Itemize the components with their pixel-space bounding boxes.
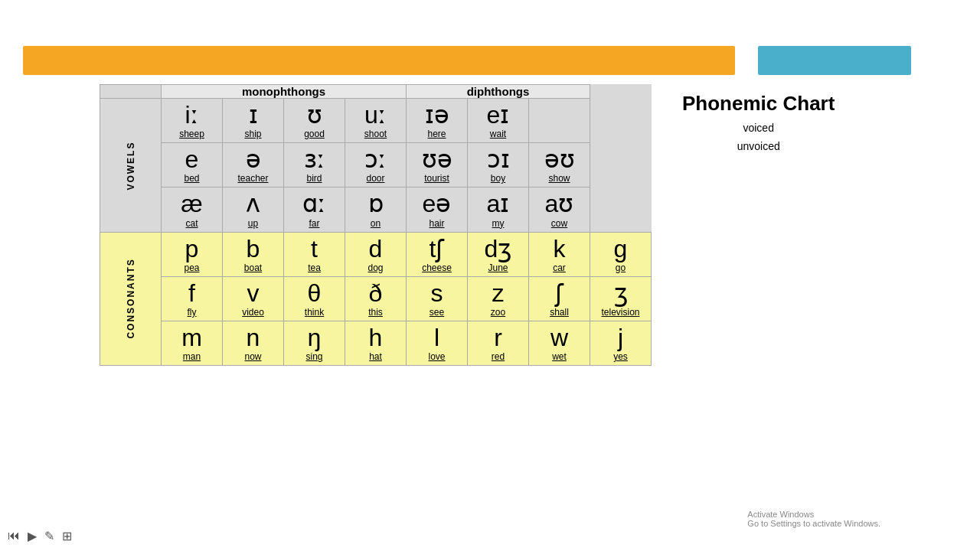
vowel-cell: ʊgood: [284, 99, 345, 143]
consonant-cell: ʃshall: [529, 276, 590, 321]
consonant-cell: kcar: [529, 232, 590, 276]
consonant-cell: θthink: [284, 276, 345, 321]
vowel-cell: ebed: [162, 143, 223, 187]
info-box: Phonemic Chart voiced unvoiced: [675, 84, 842, 366]
consonant-cell: bboat: [223, 232, 284, 276]
voiced-label: voiced: [682, 122, 835, 134]
vowel-cell: aʊcow: [529, 187, 590, 232]
vowel-cell: eɪwait: [468, 99, 529, 143]
consonant-cell: llove: [407, 321, 468, 365]
consonant-cell: rred: [468, 321, 529, 365]
consonant-cell: ssee: [407, 276, 468, 321]
vowel-cell: ɪship: [223, 99, 284, 143]
vowel-cell: ʌup: [223, 187, 284, 232]
consonant-cell: ðthis: [345, 276, 407, 321]
orange-accent-bar: [23, 46, 735, 75]
monophthongs-header: monophthongs: [162, 85, 407, 99]
vowel-cell: æcat: [162, 187, 223, 232]
consonant-cell: ʒtelevision: [590, 276, 652, 321]
vowel-cell: ɒon: [345, 187, 407, 232]
vowel-cell: əʊshow: [529, 143, 590, 187]
vowel-cell: eəhair: [407, 187, 468, 232]
control-icon-3[interactable]: ✎: [44, 529, 54, 543]
consonant-cell: wwet: [529, 321, 590, 365]
bottom-controls: ⏮ ▶ ✎ ⊞: [8, 529, 72, 543]
consonant-cell: mman: [162, 321, 223, 365]
consonant-cell: ddog: [345, 232, 407, 276]
vowel-cell: ɜːbird: [284, 143, 345, 187]
vowel-cell: ɑːfar: [284, 187, 345, 232]
consonants-label: CONSONANTS: [100, 232, 162, 366]
vowels-label: VOWELS: [100, 99, 162, 233]
vowel-cell: əteacher: [223, 143, 284, 187]
consonant-cell: ŋsing: [284, 321, 345, 365]
vowel-cell: iːsheep: [162, 99, 223, 143]
consonant-cell: ggo: [590, 232, 652, 276]
windows-watermark: Activate Windows Go to Settings to activ…: [747, 510, 880, 528]
control-icon-1[interactable]: ⏮: [8, 529, 20, 543]
blue-accent-bar: [758, 46, 911, 75]
diphthongs-header: diphthongs: [407, 85, 590, 99]
vowel-cell: ɔːdoor: [345, 143, 407, 187]
control-icon-4[interactable]: ⊞: [62, 529, 72, 543]
consonant-cell: dʒJune: [468, 232, 529, 276]
vowel-cell: ɪəhere: [407, 99, 468, 143]
consonant-cell: ppea: [162, 232, 223, 276]
consonant-cell: nnow: [223, 321, 284, 365]
consonant-cell: tʃcheese: [407, 232, 468, 276]
vowel-cell: uːshoot: [345, 99, 407, 143]
vowel-cell: aɪmy: [468, 187, 529, 232]
phonemic-chart-table: monophthongs diphthongs VOWELS iːsheep ɪ…: [100, 84, 652, 366]
consonant-cell: zzoo: [468, 276, 529, 321]
consonant-cell: jyes: [590, 321, 652, 365]
chart-title: Phonemic Chart: [682, 92, 835, 116]
consonant-cell: ttea: [284, 232, 345, 276]
consonant-cell: hhat: [345, 321, 407, 365]
consonant-cell: vvideo: [223, 276, 284, 321]
control-icon-2[interactable]: ▶: [28, 529, 37, 543]
unvoiced-label: unvoiced: [682, 140, 835, 152]
vowel-cell: ɔɪboy: [468, 143, 529, 187]
consonant-cell: ffly: [162, 276, 223, 321]
vowel-cell: ʊətourist: [407, 143, 468, 187]
